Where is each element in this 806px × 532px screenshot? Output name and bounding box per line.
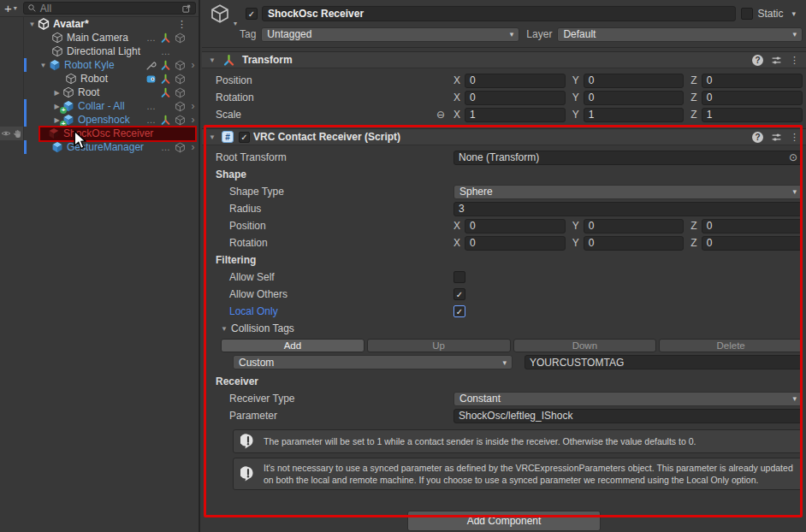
vrc-contact-receiver-component: ▼ # ✓ VRC Contact Receiver (Script) ? ⋮ … <box>202 128 806 504</box>
plus-icon: + <box>4 3 12 15</box>
up-button[interactable]: Up <box>367 339 511 352</box>
presets-icon[interactable] <box>771 132 782 143</box>
allow-self-checkbox[interactable] <box>453 271 465 283</box>
vrc-position-z-input[interactable]: 0 <box>702 219 803 233</box>
gameobject-icon[interactable]: ▾ <box>210 3 232 24</box>
inspector-panel: ▾ ✓ ShockOsc Receiver Static ▾ Tag Untag… <box>202 0 806 532</box>
foldout-closed-icon[interactable]: ▶ <box>51 89 62 97</box>
chevron-right-icon[interactable]: › <box>187 114 199 126</box>
shape-type-dropdown[interactable]: Sphere ▾ <box>453 185 803 199</box>
check-mark: ✓ <box>248 9 255 19</box>
transform-header[interactable]: ▼ Transform ? ⋮ <box>202 51 806 68</box>
vrc-position-y-value: 0 <box>589 220 595 232</box>
hierarchy-panel: + ▾ All ▼ Avatar* ⋮ Main Camera … <box>0 0 200 532</box>
presets-icon[interactable] <box>771 55 782 66</box>
position-z-input[interactable]: 0 <box>702 74 803 88</box>
scene-row[interactable]: ▼ Avatar* ⋮ <box>0 17 199 31</box>
custom-tag-input[interactable]: YOURCUSTOMTAG <box>524 355 803 369</box>
help-icon[interactable]: ? <box>752 55 763 66</box>
prefab-cube-icon <box>51 141 63 153</box>
scale-z-input[interactable]: 1 <box>702 108 803 122</box>
position-label: Position <box>216 220 453 232</box>
collision-tags-foldout[interactable]: ▼ Collision Tags <box>202 320 806 337</box>
hierarchy-item-main-camera[interactable]: Main Camera … <box>0 31 199 44</box>
hierarchy-item-directional-light[interactable]: Directional Light … <box>0 44 199 58</box>
foldout-open-icon[interactable]: ▼ <box>38 62 49 69</box>
chevron-right-icon[interactable]: › <box>187 59 199 71</box>
vrc-rotation-y-input[interactable]: 0 <box>584 236 685 251</box>
help-icon[interactable]: ? <box>752 132 763 143</box>
position-x-input[interactable]: 0 <box>465 74 566 88</box>
scale-x-input[interactable]: 1 <box>465 108 566 122</box>
caret-down-icon: ▾ <box>787 394 797 403</box>
add-button[interactable]: Add <box>221 339 364 352</box>
active-checkbox[interactable]: ✓ <box>246 8 258 20</box>
rotation-x-input[interactable]: 0 <box>465 91 566 105</box>
hierarchy-item-root[interactable]: ▶ Root <box>0 86 199 99</box>
vrc-position-row: Position X0 Y0 Z0 <box>202 217 806 234</box>
allow-others-checkbox[interactable]: ✓ <box>453 288 465 300</box>
local-only-checkbox[interactable]: ✓ <box>453 305 465 317</box>
prefab-override-bar <box>24 113 27 127</box>
foldout-open-icon[interactable]: ▼ <box>209 56 219 64</box>
layer-dropdown[interactable]: Default ▾ <box>557 27 803 42</box>
vrc-rotation-x-value: 0 <box>470 237 476 249</box>
scale-y-input[interactable]: 1 <box>584 108 685 122</box>
visibility-eye-icon[interactable] <box>1 128 11 139</box>
position-y-value: 0 <box>589 74 595 86</box>
pickability-hand-icon[interactable] <box>13 128 23 139</box>
transform-gizmo-icon <box>158 115 173 126</box>
chevron-right-icon[interactable]: › <box>187 141 199 153</box>
root-transform-object-field[interactable]: None (Transform) ⊙ <box>453 151 803 165</box>
popout-search-icon[interactable] <box>181 3 192 14</box>
hierarchy-item-shockosc-receiver[interactable]: ShockOsc Receiver <box>0 127 199 140</box>
hierarchy-item-robot-kyle[interactable]: ▼ Robot Kyle › <box>0 58 199 72</box>
vrc-position-x-input[interactable]: 0 <box>465 219 566 233</box>
constrain-proportions-link-icon[interactable]: ⊖ <box>436 109 445 121</box>
tag-type-dropdown[interactable]: Custom ▾ <box>233 355 513 369</box>
ellipsis-icon: … <box>144 115 158 125</box>
position-y-input[interactable]: 0 <box>584 74 685 88</box>
hierarchy-item-gesturemanager[interactable]: GestureManager … › <box>0 140 199 154</box>
add-component-button[interactable]: Add Component <box>407 511 601 531</box>
gameobject-name-value: ShockOsc Receiver <box>268 8 364 20</box>
allow-self-label: Allow Self <box>216 271 453 283</box>
component-enabled-checkbox[interactable]: ✓ <box>239 132 250 143</box>
foldout-open-icon[interactable]: ▼ <box>27 21 38 28</box>
position-label: Position <box>216 74 453 86</box>
hierarchy-search-input[interactable]: All <box>23 2 196 15</box>
rotation-z-input[interactable]: 0 <box>702 91 803 105</box>
object-picker-icon[interactable]: ⊙ <box>784 151 797 163</box>
foldout-open-icon: ▼ <box>221 325 231 333</box>
create-object-button[interactable]: + ▾ <box>3 3 19 15</box>
visibility-gutter[interactable] <box>0 17 24 31</box>
hierarchy-item-collar-all[interactable]: ▶ + Collar - All … › <box>0 99 199 113</box>
rotation-y-input[interactable]: 0 <box>584 91 685 105</box>
scene-kebab-icon[interactable]: ⋮ <box>176 19 187 30</box>
static-label: Static <box>757 8 783 20</box>
receiver-type-dropdown[interactable]: Constant ▾ <box>453 392 803 406</box>
chevron-right-icon[interactable]: › <box>187 100 199 112</box>
transform-gizmo-icon <box>158 33 173 44</box>
foldout-open-icon[interactable]: ▼ <box>209 133 219 141</box>
shape-type-row: Shape Type Sphere ▾ <box>202 183 806 200</box>
vrc-position-y-input[interactable]: 0 <box>584 219 685 233</box>
gameobject-name-input[interactable]: ShockOsc Receiver <box>262 6 736 21</box>
vrc-rotation-z-input[interactable]: 0 <box>702 236 803 251</box>
static-checkbox[interactable] <box>741 8 753 20</box>
down-button[interactable]: Down <box>513 339 657 352</box>
prefab-cube-added-icon: + <box>62 100 74 112</box>
helpbox-text: The parameter will be set to 1 while a c… <box>264 435 696 447</box>
radius-input[interactable]: 3 <box>453 202 803 216</box>
delete-button[interactable]: Delete <box>659 339 803 352</box>
kebab-menu-icon[interactable]: ⋮ <box>790 55 799 66</box>
parameter-input[interactable]: ShockOsc/leftleg_IShock <box>453 409 803 423</box>
cube-icon <box>173 87 187 98</box>
hierarchy-item-robot[interactable]: Robot <box>0 72 199 86</box>
root-transform-label: Root Transform <box>216 151 453 163</box>
kebab-menu-icon[interactable]: ⋮ <box>790 132 799 143</box>
tag-dropdown[interactable]: Untagged ▾ <box>261 27 519 42</box>
vrc-rotation-x-input[interactable]: 0 <box>465 236 566 251</box>
static-dropdown-caret-icon[interactable]: ▾ <box>791 9 796 18</box>
vrc-component-header[interactable]: ▼ # ✓ VRC Contact Receiver (Script) ? ⋮ <box>202 128 806 145</box>
